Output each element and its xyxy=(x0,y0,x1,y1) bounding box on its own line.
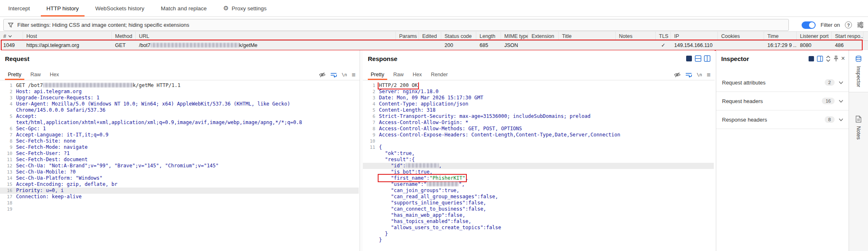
line-content: Priority: u=0, i xyxy=(16,188,64,194)
inspector-section-label: Request attributes xyxy=(722,80,821,86)
view-tab-pretty[interactable]: Pretty xyxy=(366,69,389,80)
close-icon[interactable]: × xyxy=(841,55,845,62)
column-header--[interactable]: # xyxy=(0,32,23,40)
column-header-tls[interactable]: TLS xyxy=(656,32,671,40)
column-header-params[interactable]: Params xyxy=(396,32,419,40)
inspector-section-response-headers[interactable]: Response headers8 xyxy=(716,110,849,129)
pin-icon[interactable] xyxy=(833,56,839,62)
cell-time: 16:17:29 9 ... xyxy=(764,41,797,49)
layout-maximized-icon[interactable] xyxy=(686,55,692,62)
view-tab-render[interactable]: Render xyxy=(426,69,452,80)
hide-nonprintable-icon[interactable] xyxy=(674,72,681,78)
column-header-mime-type[interactable]: MIME type xyxy=(501,32,528,40)
view-tab-hex[interactable]: Hex xyxy=(408,69,426,80)
filter-on-toggle[interactable] xyxy=(802,21,816,29)
soft-wrap-icon[interactable] xyxy=(330,72,337,78)
code-line: 9Sec-Fetch-Mode: navigate xyxy=(0,144,359,150)
response-editor[interactable]: 1HTTP/2 200 OK2Server: nginx/1.18.03Date… xyxy=(363,82,714,251)
column-header-host[interactable]: Host xyxy=(23,32,112,40)
inspector-section-request-headers[interactable]: Request headers16 xyxy=(716,92,849,110)
column-header-listener-port[interactable]: Listener port xyxy=(797,32,832,40)
column-header-edited[interactable]: Edited xyxy=(419,32,441,40)
view-tab-hex[interactable]: Hex xyxy=(45,69,64,80)
line-content: "ok":true, xyxy=(379,150,415,157)
view-tab-raw[interactable]: Raw xyxy=(26,69,45,80)
code-line: "ok":true, xyxy=(363,150,714,157)
inspector-layout-filled-icon[interactable] xyxy=(808,56,814,62)
line-content: } xyxy=(379,231,388,237)
line-content: "result":{ xyxy=(379,157,415,163)
view-tab-raw[interactable]: Raw xyxy=(389,69,408,80)
tab-proxy-settings[interactable]: ⚙Proxy settings xyxy=(215,0,275,16)
column-header-start-respo-[interactable]: Start respo... xyxy=(832,32,863,40)
inspector-header-icons: × xyxy=(808,55,845,62)
text-segment: Access-Control-Expose-Headers: Content-L… xyxy=(379,132,620,138)
cell-params xyxy=(396,41,419,49)
show-newlines-icon[interactable]: \n xyxy=(696,72,702,77)
tab-intercept[interactable]: Intercept xyxy=(0,0,38,16)
line-content: "id":, xyxy=(379,163,442,169)
soft-wrap-icon[interactable] xyxy=(685,72,692,78)
layout-vertical-split-icon[interactable] xyxy=(704,55,710,62)
help-icon[interactable]: ? xyxy=(845,21,852,28)
column-header-label: Host xyxy=(26,33,37,39)
line-content: Sec-Fetch-Site: none xyxy=(16,138,76,144)
inspector-title: Inspector xyxy=(721,55,749,62)
editor-menu-icon[interactable]: ≡ xyxy=(352,72,355,78)
request-editor[interactable]: 1GET /bot7k/getMe HTTP/1.12Host: api.tel… xyxy=(0,82,359,251)
column-header-url[interactable]: URL xyxy=(136,32,396,40)
column-header-label: Status code xyxy=(445,33,472,39)
side-tab-inspector[interactable]: Inspector xyxy=(849,50,868,92)
column-header-ip[interactable]: IP xyxy=(671,32,718,40)
line-content: Content-Length: 318 xyxy=(379,107,435,113)
cell-cookies xyxy=(718,41,764,49)
code-line: 2Server: nginx/1.18.0 xyxy=(363,89,714,95)
history-row[interactable]: 1049https://api.telegram.orgGET/bot7k/ge… xyxy=(0,41,868,50)
redacted-blur xyxy=(406,163,439,168)
inspector-sections: Request attributes2Request headers16Resp… xyxy=(716,73,849,129)
line-number xyxy=(363,157,379,163)
line-number: 1 xyxy=(363,82,379,89)
column-header-cookies[interactable]: Cookies xyxy=(718,32,764,40)
column-header-extension[interactable]: Extension xyxy=(528,32,559,40)
view-tab-pretty[interactable]: Pretty xyxy=(3,69,26,80)
cell-start-response: 486 xyxy=(832,41,863,49)
editor-menu-icon[interactable]: ≡ xyxy=(707,72,710,78)
line-content: text/html,application/xhtml+xml,applicat… xyxy=(16,120,302,126)
line-content: "supports_inline_queries":false, xyxy=(379,200,486,206)
line-content: Server: nginx/1.18.0 xyxy=(379,89,439,95)
tab-match-and-replace[interactable]: Match and replace xyxy=(153,0,215,16)
code-line: "supports_inline_queries":false, xyxy=(363,200,714,206)
line-number: 17 xyxy=(0,194,16,200)
text-segment: /bot7 xyxy=(139,42,151,48)
tab-http-history[interactable]: HTTP history xyxy=(38,0,87,16)
code-line: 3Upgrade-Insecure-Requests: 1 xyxy=(0,95,359,101)
column-header-time[interactable]: Time xyxy=(764,32,797,40)
hide-nonprintable-icon[interactable] xyxy=(319,72,326,78)
show-newlines-icon[interactable]: \n xyxy=(341,72,347,77)
filter-on-label: Filter on xyxy=(821,22,840,28)
line-number xyxy=(363,169,379,175)
line-content: Accept: xyxy=(16,113,37,120)
side-tab-label: Inspector xyxy=(856,66,861,87)
collapse-arrows-icon[interactable] xyxy=(826,56,831,62)
column-header-method[interactable]: Method xyxy=(112,32,136,40)
inspector-section-label: Response headers xyxy=(722,117,821,123)
request-pane: Request PrettyRawHex \n ≡ 1GET /bot7k/ge… xyxy=(0,50,360,251)
column-header-label: Start respo... xyxy=(835,33,863,39)
side-tab-notes[interactable]: Notes xyxy=(849,110,868,145)
tab-websockets-history[interactable]: WebSockets history xyxy=(87,0,153,16)
column-header-title[interactable]: Title xyxy=(559,32,616,40)
line-content: Sec-Gpc: 1 xyxy=(16,126,46,132)
filter-settings-bar[interactable]: Filter settings: Hiding CSS and image co… xyxy=(3,19,789,31)
layout-horizontal-split-icon[interactable] xyxy=(695,55,701,62)
inspector-section-request-attributes[interactable]: Request attributes2 xyxy=(716,73,849,92)
column-header-length[interactable]: Length xyxy=(476,32,501,40)
inspector-layout-split-icon[interactable] xyxy=(817,56,823,62)
code-line: 11Sec-Fetch-Dest: document xyxy=(0,157,359,163)
line-number xyxy=(363,212,379,218)
column-header-status-code[interactable]: Status code xyxy=(441,32,476,40)
column-header-notes[interactable]: Notes xyxy=(616,32,656,40)
filter-sliders-icon[interactable] xyxy=(857,21,864,28)
code-line: 11{ xyxy=(363,144,714,150)
